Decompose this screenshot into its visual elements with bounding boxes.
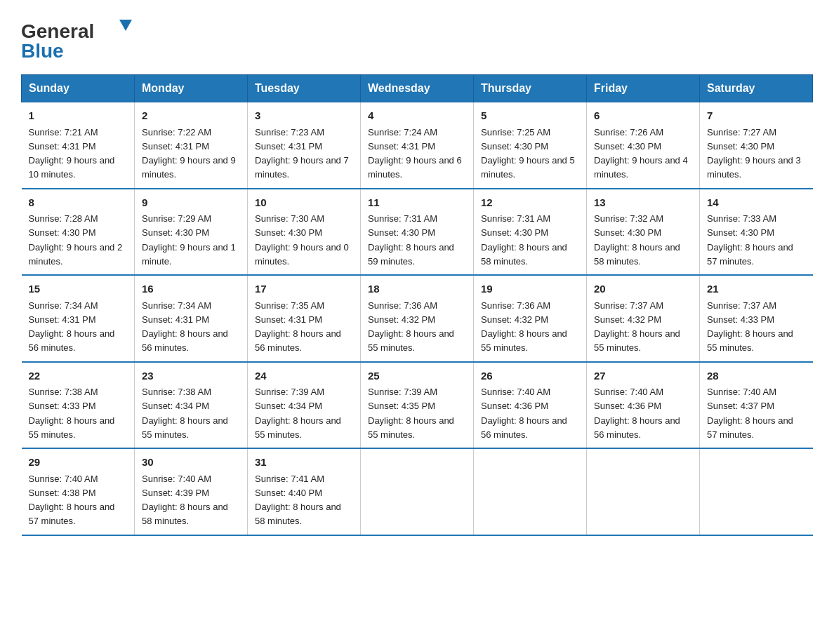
day-info: Sunrise: 7:35 AMSunset: 4:31 PMDaylight:… [255,300,341,354]
calendar-cell: 19Sunrise: 7:36 AMSunset: 4:32 PMDayligh… [474,275,587,362]
day-number: 7 [707,108,806,124]
calendar-cell: 18Sunrise: 7:36 AMSunset: 4:32 PMDayligh… [361,275,474,362]
day-info: Sunrise: 7:31 AMSunset: 4:30 PMDaylight:… [368,213,454,267]
calendar-cell: 1Sunrise: 7:21 AMSunset: 4:31 PMDaylight… [22,102,135,189]
calendar-cell: 3Sunrise: 7:23 AMSunset: 4:31 PMDaylight… [248,102,361,189]
header: General Blue [21,14,813,62]
day-number: 23 [142,368,240,384]
week-row-3: 15Sunrise: 7:34 AMSunset: 4:31 PMDayligh… [22,275,813,362]
header-monday: Monday [135,75,248,102]
calendar-cell: 4Sunrise: 7:24 AMSunset: 4:31 PMDaylight… [361,102,474,189]
calendar-cell: 29Sunrise: 7:40 AMSunset: 4:38 PMDayligh… [22,448,135,535]
day-info: Sunrise: 7:29 AMSunset: 4:30 PMDaylight:… [142,213,236,267]
day-info: Sunrise: 7:30 AMSunset: 4:30 PMDaylight:… [255,213,349,267]
calendar-header-row: SundayMondayTuesdayWednesdayThursdayFrid… [22,75,813,102]
calendar-cell: 12Sunrise: 7:31 AMSunset: 4:30 PMDayligh… [474,189,587,276]
day-number: 8 [29,195,128,211]
day-number: 1 [29,108,128,124]
calendar-cell [700,448,813,535]
svg-text:General: General [21,20,94,42]
calendar-cell [361,448,474,535]
day-info: Sunrise: 7:38 AMSunset: 4:34 PMDaylight:… [142,387,228,440]
day-info: Sunrise: 7:37 AMSunset: 4:33 PMDaylight:… [707,300,793,354]
day-number: 22 [29,368,128,384]
day-number: 29 [29,455,128,471]
day-info: Sunrise: 7:36 AMSunset: 4:32 PMDaylight:… [368,300,454,354]
calendar-cell: 28Sunrise: 7:40 AMSunset: 4:37 PMDayligh… [700,362,813,449]
calendar-cell: 9Sunrise: 7:29 AMSunset: 4:30 PMDaylight… [135,189,248,276]
day-number: 9 [142,195,240,211]
day-info: Sunrise: 7:34 AMSunset: 4:31 PMDaylight:… [29,300,115,354]
day-number: 19 [481,281,579,297]
day-info: Sunrise: 7:32 AMSunset: 4:30 PMDaylight:… [594,213,680,267]
calendar-cell: 13Sunrise: 7:32 AMSunset: 4:30 PMDayligh… [587,189,700,276]
calendar-cell: 6Sunrise: 7:26 AMSunset: 4:30 PMDaylight… [587,102,700,189]
calendar-cell: 23Sunrise: 7:38 AMSunset: 4:34 PMDayligh… [135,362,248,449]
header-saturday: Saturday [700,75,813,102]
day-number: 21 [707,281,806,297]
day-number: 3 [255,108,353,124]
day-info: Sunrise: 7:40 AMSunset: 4:37 PMDaylight:… [707,387,793,440]
svg-marker-1 [119,20,132,31]
day-number: 12 [481,195,579,211]
day-info: Sunrise: 7:21 AMSunset: 4:31 PMDaylight:… [29,127,115,180]
day-info: Sunrise: 7:40 AMSunset: 4:36 PMDaylight:… [481,387,567,440]
day-info: Sunrise: 7:40 AMSunset: 4:38 PMDaylight:… [29,474,115,527]
day-info: Sunrise: 7:28 AMSunset: 4:30 PMDaylight:… [29,213,123,267]
day-info: Sunrise: 7:33 AMSunset: 4:30 PMDaylight:… [707,213,793,267]
calendar-cell: 16Sunrise: 7:34 AMSunset: 4:31 PMDayligh… [135,275,248,362]
calendar-cell [587,448,700,535]
day-info: Sunrise: 7:31 AMSunset: 4:30 PMDaylight:… [481,213,567,267]
day-number: 20 [594,281,692,297]
day-info: Sunrise: 7:39 AMSunset: 4:35 PMDaylight:… [368,387,454,440]
day-info: Sunrise: 7:24 AMSunset: 4:31 PMDaylight:… [368,127,462,180]
day-info: Sunrise: 7:25 AMSunset: 4:30 PMDaylight:… [481,127,575,180]
calendar-cell: 25Sunrise: 7:39 AMSunset: 4:35 PMDayligh… [361,362,474,449]
day-number: 24 [255,368,353,384]
header-friday: Friday [587,75,700,102]
calendar-cell: 5Sunrise: 7:25 AMSunset: 4:30 PMDaylight… [474,102,587,189]
calendar-cell: 30Sunrise: 7:40 AMSunset: 4:39 PMDayligh… [135,448,248,535]
logo: General Blue [21,14,137,62]
day-number: 17 [255,281,353,297]
day-number: 27 [594,368,692,384]
calendar-cell: 27Sunrise: 7:40 AMSunset: 4:36 PMDayligh… [587,362,700,449]
day-number: 11 [368,195,466,211]
header-sunday: Sunday [22,75,135,102]
calendar-cell: 15Sunrise: 7:34 AMSunset: 4:31 PMDayligh… [22,275,135,362]
calendar-cell: 17Sunrise: 7:35 AMSunset: 4:31 PMDayligh… [248,275,361,362]
day-info: Sunrise: 7:37 AMSunset: 4:32 PMDaylight:… [594,300,680,354]
week-row-4: 22Sunrise: 7:38 AMSunset: 4:33 PMDayligh… [22,362,813,449]
day-number: 10 [255,195,353,211]
calendar-cell: 21Sunrise: 7:37 AMSunset: 4:33 PMDayligh… [700,275,813,362]
day-number: 31 [255,455,353,471]
day-number: 25 [368,368,466,384]
calendar-cell: 24Sunrise: 7:39 AMSunset: 4:34 PMDayligh… [248,362,361,449]
week-row-5: 29Sunrise: 7:40 AMSunset: 4:38 PMDayligh… [22,448,813,535]
day-number: 13 [594,195,692,211]
calendar-cell: 11Sunrise: 7:31 AMSunset: 4:30 PMDayligh… [361,189,474,276]
day-info: Sunrise: 7:38 AMSunset: 4:33 PMDaylight:… [29,387,115,440]
day-number: 5 [481,108,579,124]
calendar-cell: 20Sunrise: 7:37 AMSunset: 4:32 PMDayligh… [587,275,700,362]
calendar-cell: 26Sunrise: 7:40 AMSunset: 4:36 PMDayligh… [474,362,587,449]
calendar-cell: 7Sunrise: 7:27 AMSunset: 4:30 PMDaylight… [700,102,813,189]
calendar-cell: 22Sunrise: 7:38 AMSunset: 4:33 PMDayligh… [22,362,135,449]
day-number: 15 [29,281,128,297]
day-info: Sunrise: 7:39 AMSunset: 4:34 PMDaylight:… [255,387,341,440]
day-info: Sunrise: 7:40 AMSunset: 4:39 PMDaylight:… [142,474,228,527]
calendar-cell [474,448,587,535]
day-info: Sunrise: 7:40 AMSunset: 4:36 PMDaylight:… [594,387,680,440]
day-info: Sunrise: 7:36 AMSunset: 4:32 PMDaylight:… [481,300,567,354]
day-info: Sunrise: 7:26 AMSunset: 4:30 PMDaylight:… [594,127,688,180]
day-number: 14 [707,195,806,211]
calendar-cell: 31Sunrise: 7:41 AMSunset: 4:40 PMDayligh… [248,448,361,535]
day-number: 6 [594,108,692,124]
day-number: 18 [368,281,466,297]
week-row-2: 8Sunrise: 7:28 AMSunset: 4:30 PMDaylight… [22,189,813,276]
day-info: Sunrise: 7:27 AMSunset: 4:30 PMDaylight:… [707,127,801,180]
day-info: Sunrise: 7:22 AMSunset: 4:31 PMDaylight:… [142,127,236,180]
header-tuesday: Tuesday [248,75,361,102]
day-number: 2 [142,108,240,124]
day-number: 16 [142,281,240,297]
